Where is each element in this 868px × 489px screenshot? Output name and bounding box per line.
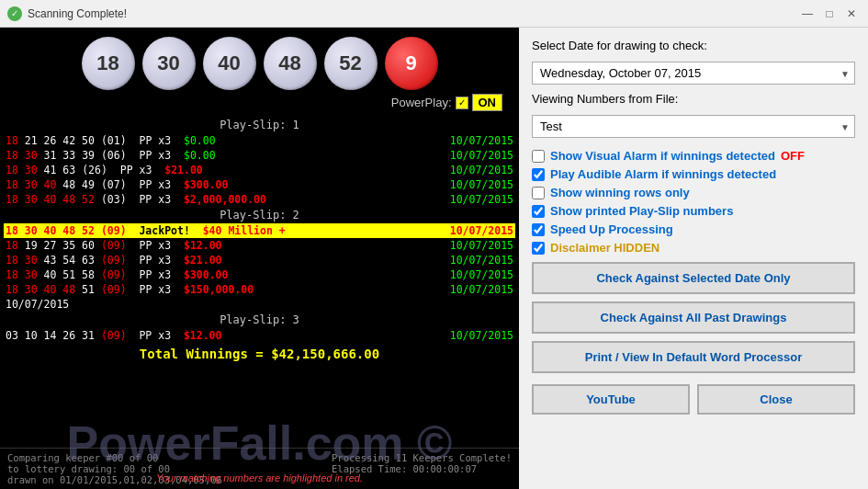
ball-2: 30 — [142, 37, 196, 90]
check-selected-date-button[interactable]: Check Against Selected Date Only — [532, 262, 855, 294]
powerplay-label: PowerPlay: — [391, 96, 452, 109]
youtube-button[interactable]: YouTube — [532, 384, 690, 415]
bottom-buttons: YouTube Close — [532, 384, 855, 415]
date-dropdown-wrapper: Wednesday, October 07, 2015 ▼ — [532, 62, 855, 85]
main-content: 18 30 40 48 52 9 PowerPlay: ✓ ON Play-Sl… — [0, 28, 868, 489]
powerplay-checkbox[interactable]: ✓ — [456, 97, 468, 109]
powerball: 9 — [385, 37, 438, 90]
checkbox-row-winning-rows: Show winning rows only — [532, 186, 855, 199]
titlebar-title: Scanning Complete! — [28, 7, 798, 20]
file-section-label: Viewing Numbers from File: — [532, 92, 855, 106]
audible-alarm-label: Play Audible Alarm if winnings detected — [550, 167, 776, 181]
status-line1: Comparing keeper #00 of 00 — [7, 452, 222, 463]
checkbox-row-audible-alarm: Play Audible Alarm if winnings detected — [532, 167, 855, 181]
date-section-label: Select Date for drawing to check: — [532, 39, 855, 52]
slip3-header: Play-Slip: 3 — [4, 313, 515, 326]
checkbox-row-speed-up: Speed Up Processing — [532, 222, 855, 236]
results-area[interactable]: Play-Slip: 1 18 21 26 42 50 (01) PP x3 $… — [0, 115, 519, 448]
slip1-header: Play-Slip: 1 — [4, 119, 515, 131]
total-winnings: Total Winnings = $42,150,666.00 — [4, 347, 515, 361]
winning-rows-label: Show winning rows only — [550, 186, 690, 199]
balls-area: 18 30 40 48 52 9 — [0, 28, 519, 97]
visual-alarm-label: Show Visual Alarm if winnings detected — [550, 149, 775, 163]
speed-up-label: Speed Up Processing — [550, 222, 673, 236]
result-row: 18 21 26 42 50 (01) PP x3 $0.0010/07/201… — [4, 133, 515, 148]
audible-alarm-checkbox[interactable] — [532, 168, 545, 181]
ball-3: 40 — [203, 37, 256, 90]
minimize-button[interactable]: — — [798, 5, 817, 23]
result-row: 18 30 40 48 51 (09) PP x3 $150,000.0010/… — [4, 282, 515, 297]
titlebar-buttons: — □ ✕ — [798, 5, 861, 23]
checkboxes-section: Show Visual Alarm if winnings detectedOF… — [532, 149, 855, 255]
disclaimer-label: Disclaimer HIDDEN — [550, 241, 659, 255]
result-row: 18 30 41 63 (26) PP x3 $21.0010/07/2015 — [4, 163, 515, 177]
checkbox-row-disclaimer: Disclaimer HIDDEN — [532, 241, 855, 255]
ball-1: 18 — [82, 37, 135, 90]
result-row: 10/07/2015 — [4, 297, 515, 312]
ball-4: 48 — [264, 37, 317, 90]
disclaimer-checkbox[interactable] — [532, 242, 545, 255]
speed-up-checkbox[interactable] — [532, 223, 545, 236]
checkbox-row-visual-alarm: Show Visual Alarm if winnings detectedOF… — [532, 149, 855, 163]
checkbox-row-printed-slips: Show printed Play-Slip numbers — [532, 204, 855, 218]
check-all-past-button[interactable]: Check Against All Past Drawings — [532, 301, 855, 334]
visual-alarm-checkbox[interactable] — [532, 150, 545, 163]
result-row: 18 30 40 48 49 (07) PP x3 $300.0010/07/2… — [4, 177, 515, 192]
result-row: 18 30 43 54 63 (09) PP x3 $21.0010/07/20… — [4, 253, 515, 267]
result-row: 18 30 40 51 58 (09) PP x3 $300.0010/07/2… — [4, 267, 515, 282]
maximize-button[interactable]: □ — [820, 5, 839, 23]
ball-5: 52 — [324, 37, 378, 90]
right-panel: Select Date for drawing to check: Wednes… — [519, 28, 868, 489]
off-badge: OFF — [781, 149, 805, 163]
matching-text: Your matching numbers are highlighted in… — [0, 472, 519, 483]
close-button[interactable]: Close — [697, 384, 855, 415]
print-view-button[interactable]: Print / View In Default Word Processor — [532, 341, 855, 373]
processing-status: Processing 11 Keepers Complete! — [332, 452, 512, 463]
file-dropdown[interactable]: Test — [532, 115, 855, 138]
winning-rows-checkbox[interactable] — [532, 187, 545, 199]
result-row: 18 30 40 48 52 (03) PP x3 $2,000,000.001… — [4, 192, 515, 207]
result-row: 03 10 14 26 31 (09) PP x3 $12.0010/07/20… — [4, 328, 515, 343]
powerplay-status: ON — [472, 94, 503, 111]
left-panel: 18 30 40 48 52 9 PowerPlay: ✓ ON Play-Sl… — [0, 28, 519, 489]
printed-slips-checkbox[interactable] — [532, 205, 545, 218]
titlebar: ✓ Scanning Complete! — □ ✕ — [0, 0, 868, 28]
close-window-button[interactable]: ✕ — [842, 5, 861, 23]
jackpot-row: 18 30 40 48 52 (09) JackPot! $40 Million… — [4, 223, 515, 238]
printed-slips-label: Show printed Play-Slip numbers — [550, 204, 733, 218]
powerplay-row: PowerPlay: ✓ ON — [0, 94, 519, 111]
slip2-header: Play-Slip: 2 — [4, 209, 515, 222]
app-icon: ✓ — [7, 6, 22, 21]
date-dropdown[interactable]: Wednesday, October 07, 2015 — [532, 62, 855, 85]
result-row: 18 30 31 33 39 (06) PP x3 $0.0010/07/201… — [4, 148, 515, 163]
result-row: 18 19 27 35 60 (09) PP x3 $12.0010/07/20… — [4, 238, 515, 253]
file-dropdown-wrapper: Test ▼ — [532, 115, 855, 138]
